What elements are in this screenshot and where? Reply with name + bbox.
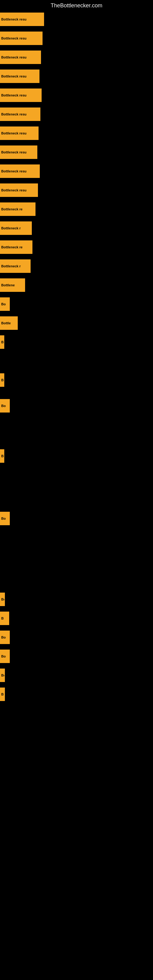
bar-extension-16 — [9, 298, 10, 311]
bar-label-2: Bottleneck resu — [0, 32, 35, 45]
bar-label-17: Bottle — [0, 317, 17, 330]
bar-extension-14 — [29, 259, 30, 273]
bar-label-18: B — [0, 335, 4, 349]
bar-row-9: Bottleneck resu — [0, 164, 153, 178]
bar-label-7: Bottleneck resu — [0, 126, 35, 140]
bar-extension-1 — [35, 13, 44, 26]
bar-row-20: Bo — [0, 399, 153, 412]
bar-label-8: Bottleneck resu — [0, 145, 35, 159]
bar-extension-15 — [24, 278, 25, 292]
bar-label-22: Bo — [0, 512, 9, 525]
bar-label-12: Bottleneck r — [0, 221, 30, 235]
bar-row-18: B — [0, 335, 153, 349]
bar-extension-8 — [35, 145, 37, 159]
bar-row-24: B — [0, 612, 153, 625]
bar-extension-5 — [35, 89, 41, 102]
bar-label-28: B — [0, 687, 5, 701]
site-title: TheBottlenecker.com — [0, 0, 153, 11]
bar-label-9: Bottleneck resu — [0, 164, 35, 178]
bar-extension-25 — [9, 630, 10, 644]
bar-extension-4 — [35, 70, 40, 83]
bar-row-15: Bottlene — [0, 278, 153, 292]
bar-row-5: Bottleneck resu — [0, 89, 153, 102]
bar-row-4: Bottleneck resu — [0, 70, 153, 83]
bar-extension-20 — [9, 399, 10, 412]
bar-extension-13 — [30, 240, 32, 254]
bar-row-23: Bo — [0, 593, 153, 606]
bar-extension-7 — [35, 126, 38, 140]
bar-extension-9 — [35, 164, 40, 178]
bar-row-25: Bo — [0, 630, 153, 644]
bar-label-6: Bottleneck resu — [0, 108, 35, 121]
bar-row-19: B — [0, 373, 153, 387]
bar-extension-3 — [35, 51, 41, 64]
bar-row-3: Bottleneck resu — [0, 51, 153, 64]
bar-extension-22 — [9, 512, 10, 525]
page-wrapper: TheBottlenecker.com Bottleneck resu Bott… — [0, 0, 153, 708]
bar-row-8: Bottleneck resu — [0, 145, 153, 159]
bar-row-10: Bottleneck resu — [0, 183, 153, 197]
bar-label-21: B — [0, 449, 4, 463]
bar-label-4: Bottleneck resu — [0, 70, 35, 83]
bar-label-26: Bo — [0, 649, 9, 663]
bar-row-21: B — [0, 449, 153, 463]
bar-extension-10 — [35, 183, 38, 197]
bar-label-13: Bottleneck re — [0, 240, 30, 254]
bar-extension-23 — [4, 593, 5, 606]
bar-row-13: Bottleneck re — [0, 240, 153, 254]
bar-extension-26 — [9, 649, 10, 663]
bar-extension-17 — [17, 317, 18, 330]
bar-label-14: Bottleneck r — [0, 259, 29, 273]
bar-row-14: Bottleneck r — [0, 259, 153, 273]
bar-row-28: B — [0, 687, 153, 701]
bar-row-7: Bottleneck resu — [0, 126, 153, 140]
chart-container: Bottleneck resu Bottleneck resu Bottlene… — [0, 11, 153, 708]
bar-label-11: Bottleneck re — [0, 202, 33, 216]
bar-row-22: Bo — [0, 512, 153, 525]
bar-extension-12 — [30, 221, 32, 235]
bar-row-1: Bottleneck resu — [0, 13, 153, 26]
bar-row-26: Bo — [0, 649, 153, 663]
bar-label-1: Bottleneck resu — [0, 13, 35, 26]
bar-label-10: Bottleneck resu — [0, 183, 35, 197]
bar-label-15: Bottlene — [0, 278, 24, 292]
bar-row-6: Bottleneck resu — [0, 108, 153, 121]
bar-label-23: Bo — [0, 593, 4, 606]
bar-row-11: Bottleneck re — [0, 202, 153, 216]
bar-label-20: Bo — [0, 399, 9, 412]
bar-row-16: Bo — [0, 298, 153, 311]
bar-label-5: Bottleneck resu — [0, 89, 35, 102]
bar-extension-2 — [35, 32, 43, 45]
bar-row-27: Bo — [0, 668, 153, 682]
bar-row-17: Bottle — [0, 317, 153, 330]
bar-label-24: B — [0, 612, 9, 625]
bar-label-27: Bo — [0, 668, 4, 682]
bar-extension-11 — [33, 202, 35, 216]
bar-label-19: B — [0, 373, 4, 387]
bar-label-16: Bo — [0, 298, 9, 311]
bar-label-25: Bo — [0, 630, 9, 644]
bar-row-2: Bottleneck resu — [0, 32, 153, 45]
bar-label-3: Bottleneck resu — [0, 51, 35, 64]
bar-extension-27 — [4, 668, 5, 682]
bar-row-12: Bottleneck r — [0, 221, 153, 235]
bar-extension-6 — [35, 108, 40, 121]
